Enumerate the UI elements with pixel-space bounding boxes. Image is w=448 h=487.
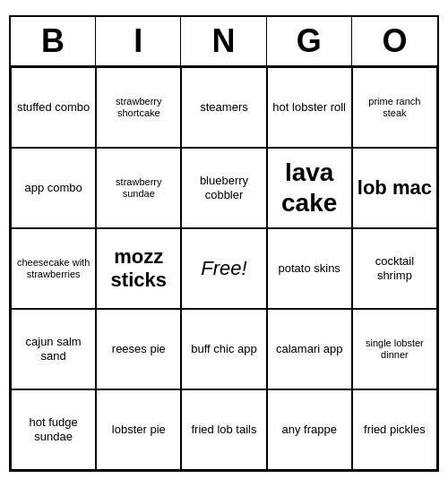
bingo-cell: blueberry cobbler [181,148,266,228]
bingo-cell: cocktail shrimp [352,228,437,309]
bingo-cell: single lobster dinner [352,309,437,389]
bingo-cell: reeses pie [96,309,181,389]
header-letter: B [11,17,96,65]
bingo-cell: lava cake [267,148,352,228]
bingo-cell: stuffed combo [11,67,96,148]
bingo-cell: any frappe [267,389,352,470]
header-letter: O [352,17,437,65]
bingo-cell: strawberry sundae [96,148,181,228]
bingo-cell: cajun salm sand [11,309,96,389]
bingo-cell: fried lob tails [181,389,266,470]
bingo-cell: hot fudge sundae [11,389,96,470]
bingo-cell: hot lobster roll [267,67,352,148]
bingo-cell: lob mac [352,148,437,228]
bingo-cell: app combo [11,148,96,228]
bingo-card: BINGO stuffed combostrawberry shortcakes… [9,15,439,472]
bingo-cell: lobster pie [96,389,181,470]
bingo-cell: buff chic app [181,309,266,389]
bingo-cell: steamers [181,67,266,148]
bingo-header: BINGO [11,17,437,67]
bingo-cell: mozz sticks [96,228,181,309]
bingo-cell: Free! [181,228,266,309]
header-letter: I [96,17,181,65]
bingo-cell: fried pickles [352,389,437,470]
bingo-cell: cheesecake with strawberries [11,228,96,309]
header-letter: N [181,17,266,65]
bingo-grid: stuffed combostrawberry shortcakesteamer… [11,67,437,470]
bingo-cell: calamari app [267,309,352,389]
bingo-cell: prime ranch steak [352,67,437,148]
bingo-cell: strawberry shortcake [96,67,181,148]
header-letter: G [267,17,352,65]
bingo-cell: potato skins [267,228,352,309]
